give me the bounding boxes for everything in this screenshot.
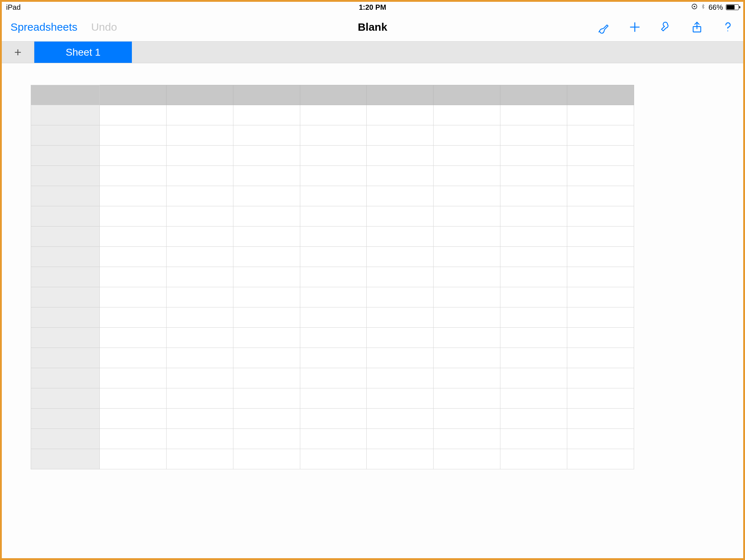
- cell[interactable]: [166, 186, 233, 206]
- cell[interactable]: [99, 449, 166, 469]
- cell[interactable]: [233, 267, 300, 287]
- cell[interactable]: [500, 348, 567, 368]
- cell[interactable]: [166, 287, 233, 307]
- cell[interactable]: [367, 166, 434, 186]
- cell[interactable]: [99, 206, 166, 227]
- cell[interactable]: [500, 206, 567, 227]
- cell[interactable]: [166, 388, 233, 409]
- cell[interactable]: [367, 146, 434, 166]
- cell[interactable]: [500, 267, 567, 287]
- cell[interactable]: [367, 328, 434, 348]
- row-header[interactable]: [31, 388, 100, 409]
- cell[interactable]: [233, 227, 300, 247]
- cell[interactable]: [367, 287, 434, 307]
- row-header[interactable]: [31, 267, 100, 287]
- back-button[interactable]: Spreadsheets: [10, 21, 77, 33]
- cell[interactable]: [300, 328, 367, 348]
- cell[interactable]: [99, 348, 166, 368]
- cell[interactable]: [500, 429, 567, 449]
- cell[interactable]: [166, 105, 233, 125]
- cell[interactable]: [367, 348, 434, 368]
- cell[interactable]: [367, 267, 434, 287]
- cell[interactable]: [166, 166, 233, 186]
- cell[interactable]: [300, 348, 367, 368]
- cell[interactable]: [567, 247, 634, 267]
- row-header[interactable]: [31, 429, 100, 449]
- cell[interactable]: [434, 409, 500, 429]
- cell[interactable]: [233, 388, 300, 409]
- cell[interactable]: [367, 409, 434, 429]
- cell[interactable]: [166, 368, 233, 388]
- cell[interactable]: [166, 267, 233, 287]
- cell[interactable]: [300, 247, 367, 267]
- cell[interactable]: [233, 409, 300, 429]
- cell[interactable]: [99, 287, 166, 307]
- cell[interactable]: [434, 368, 500, 388]
- format-brush-icon[interactable]: [597, 21, 610, 34]
- cell[interactable]: [166, 206, 233, 227]
- row-header[interactable]: [31, 449, 100, 469]
- cell[interactable]: [99, 267, 166, 287]
- cell[interactable]: [567, 105, 634, 125]
- cell[interactable]: [99, 186, 166, 206]
- cell[interactable]: [233, 146, 300, 166]
- cell[interactable]: [300, 449, 367, 469]
- cell[interactable]: [434, 166, 500, 186]
- cell[interactable]: [367, 247, 434, 267]
- cell[interactable]: [166, 429, 233, 449]
- column-header[interactable]: [434, 85, 500, 105]
- cell[interactable]: [99, 105, 166, 125]
- row-header[interactable]: [31, 125, 100, 146]
- cell[interactable]: [500, 328, 567, 348]
- sheet-tab-1[interactable]: Sheet 1: [34, 42, 132, 63]
- cell[interactable]: [166, 449, 233, 469]
- cell[interactable]: [434, 287, 500, 307]
- cell[interactable]: [567, 348, 634, 368]
- column-header[interactable]: [500, 85, 567, 105]
- cell[interactable]: [567, 388, 634, 409]
- cell[interactable]: [99, 146, 166, 166]
- column-header[interactable]: [367, 85, 434, 105]
- column-header[interactable]: [567, 85, 634, 105]
- cell[interactable]: [434, 186, 500, 206]
- cell[interactable]: [300, 429, 367, 449]
- row-header[interactable]: [31, 287, 100, 307]
- cell[interactable]: [500, 449, 567, 469]
- cell[interactable]: [233, 105, 300, 125]
- cell[interactable]: [233, 247, 300, 267]
- cell[interactable]: [434, 449, 500, 469]
- cell[interactable]: [300, 206, 367, 227]
- cell[interactable]: [300, 166, 367, 186]
- cell[interactable]: [567, 328, 634, 348]
- cell[interactable]: [367, 206, 434, 227]
- cell[interactable]: [300, 227, 367, 247]
- row-header[interactable]: [31, 247, 100, 267]
- spreadsheet-grid[interactable]: [31, 85, 634, 469]
- cell[interactable]: [500, 125, 567, 146]
- row-header[interactable]: [31, 105, 100, 125]
- cell[interactable]: [500, 146, 567, 166]
- cell[interactable]: [99, 388, 166, 409]
- cell[interactable]: [367, 227, 434, 247]
- cell[interactable]: [567, 206, 634, 227]
- cell[interactable]: [434, 267, 500, 287]
- cell[interactable]: [367, 429, 434, 449]
- cell[interactable]: [500, 166, 567, 186]
- row-header[interactable]: [31, 328, 100, 348]
- cell[interactable]: [567, 146, 634, 166]
- column-header[interactable]: [166, 85, 233, 105]
- cell[interactable]: [166, 247, 233, 267]
- cell[interactable]: [500, 307, 567, 328]
- cell[interactable]: [233, 328, 300, 348]
- undo-button[interactable]: Undo: [91, 21, 117, 33]
- column-header[interactable]: [300, 85, 367, 105]
- cell[interactable]: [300, 125, 367, 146]
- cell[interactable]: [434, 307, 500, 328]
- cell[interactable]: [434, 348, 500, 368]
- cell[interactable]: [233, 348, 300, 368]
- cell[interactable]: [233, 449, 300, 469]
- cell[interactable]: [567, 267, 634, 287]
- cell[interactable]: [300, 409, 367, 429]
- cell[interactable]: [567, 368, 634, 388]
- cell[interactable]: [567, 227, 634, 247]
